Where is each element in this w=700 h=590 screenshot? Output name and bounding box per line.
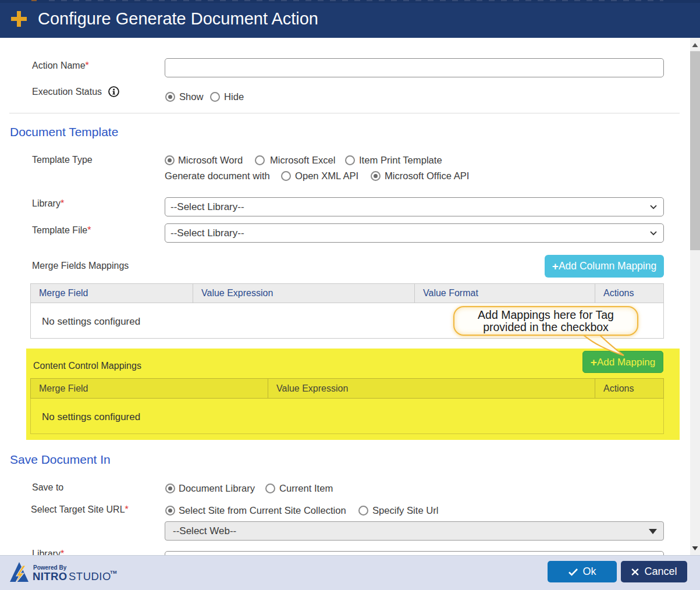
svg-text:NITRO: NITRO	[33, 570, 67, 582]
svg-text:TM: TM	[110, 570, 117, 575]
svg-text:STUDIO: STUDIO	[69, 570, 111, 582]
